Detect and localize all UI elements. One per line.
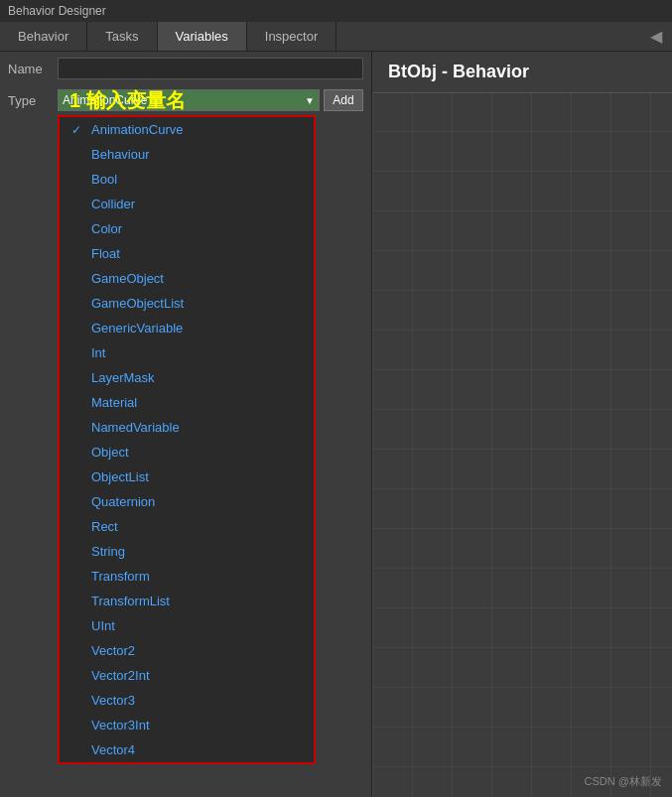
dropdown-item-label: Vector2Int [91,668,150,683]
dropdown-item[interactable]: Transform [60,564,314,589]
dropdown-item-label: AnimationCurve [91,122,184,137]
dropdown-item-label: GameObjectList [91,296,184,311]
dropdown-item[interactable]: Vector4 [60,737,314,762]
dropdown-item[interactable]: Collider [60,192,314,216]
add-button-label: Add [333,93,353,107]
name-label: Name [8,62,58,76]
name-input[interactable] [58,58,363,79]
dropdown-item[interactable]: NamedVariable [60,415,314,440]
tab-variables-label: Variables [176,29,228,44]
dropdown-item-label: Behaviour [91,147,150,162]
annotation-step1: 1 输入变量名 [69,87,186,114]
dropdown-item[interactable]: Vector3 [60,688,314,713]
dropdown-item[interactable]: String [60,539,314,564]
dropdown-item-label: Bool [91,172,117,187]
tab-inspector[interactable]: Inspector [247,22,336,51]
dropdown-item[interactable]: GameObject [60,266,314,291]
right-panel-header: BtObj - Behavior [372,52,672,93]
dropdown-item[interactable]: Bool [60,167,314,192]
dropdown-item-label: Int [91,345,105,360]
dropdown-item[interactable]: GameObjectList [60,291,314,316]
dropdown-item-label: Rect [91,519,118,534]
tab-behavior-label: Behavior [18,29,68,44]
dropdown-item[interactable]: UInt [60,613,314,638]
checkmark-icon: ✓ [71,123,85,137]
dropdown-item[interactable]: Color [60,216,314,241]
add-button[interactable]: Add [324,89,363,111]
dropdown-item[interactable]: Quaternion [60,489,314,514]
dropdown-item-label: UInt [91,618,115,633]
main-area: Name Type AnimationCurve ▼ Add ✓Animatio… [0,52,672,797]
dropdown-item-label: GameObject [91,271,164,286]
dropdown-arrow-icon: ▼ [305,95,315,106]
dropdown-item[interactable]: Vector3Int [60,713,314,737]
dropdown-item[interactable]: Behaviour [60,142,314,167]
dropdown-item-label: ObjectList [91,469,149,484]
dropdown-item-label: Object [91,445,129,460]
dropdown-item-label: NamedVariable [91,420,180,435]
dropdown-item[interactable]: Rect [60,514,314,539]
title-label: Behavior Designer [8,4,106,18]
dropdown-item[interactable]: Int [60,340,314,365]
dropdown-item[interactable]: LayerMask [60,365,314,390]
dropdown-item[interactable]: Vector2Int [60,663,314,688]
type-dropdown-list[interactable]: ✓AnimationCurveBehaviourBoolColliderColo… [58,115,316,764]
tab-spacer [336,22,640,51]
dropdown-item[interactable]: TransformList [60,589,314,613]
dropdown-item[interactable]: Vector2 [60,638,314,663]
dropdown-item[interactable]: GenericVariable [60,316,314,340]
tab-inspector-label: Inspector [265,29,318,44]
dropdown-item[interactable]: ObjectList [60,465,314,489]
dropdown-item[interactable]: Float [60,241,314,266]
dropdown-item[interactable]: Material [60,390,314,415]
dropdown-item-label: Vector2 [91,643,135,658]
type-label: Type [8,93,58,108]
dropdown-item-label: Material [91,395,137,410]
tab-bar: Behavior Tasks Variables Inspector ◀ [0,22,672,52]
dropdown-item-label: Vector3 [91,693,135,708]
name-field-row: Name [0,52,371,85]
collapse-arrow-icon[interactable]: ◀ [640,22,672,51]
dropdown-item-label: Quaternion [91,494,155,509]
type-field-row: Type AnimationCurve ▼ Add [0,85,371,115]
right-panel-title: BtObj - Behavior [388,62,529,81]
dropdown-item-label: TransformList [91,594,170,608]
dropdown-item-label: Transform [91,569,150,584]
dropdown-item[interactable]: Object [60,440,314,465]
tab-tasks[interactable]: Tasks [87,22,157,51]
dropdown-item-label: LayerMask [91,370,155,385]
dropdown-item-label: Float [91,246,120,261]
dropdown-item-label: Vector3Int [91,718,150,732]
dropdown-item-label: Vector4 [91,742,135,757]
dropdown-item-label: Color [91,221,122,236]
watermark: CSDN @林新发 [585,774,662,789]
title-bar: Behavior Designer [0,0,672,22]
right-panel: BtObj - Behavior ⇧ 3 最后点击Add按钮 2 选择变量类型 … [372,52,672,797]
tab-variables[interactable]: Variables [158,22,247,51]
dropdown-item-label: GenericVariable [91,321,183,335]
left-panel: Name Type AnimationCurve ▼ Add ✓Animatio… [0,52,372,797]
tab-tasks-label: Tasks [105,29,138,44]
tab-behavior[interactable]: Behavior [0,22,87,51]
dropdown-item-label: String [91,544,125,559]
dropdown-item[interactable]: ✓AnimationCurve [60,117,314,142]
dropdown-item-label: Collider [91,197,135,211]
